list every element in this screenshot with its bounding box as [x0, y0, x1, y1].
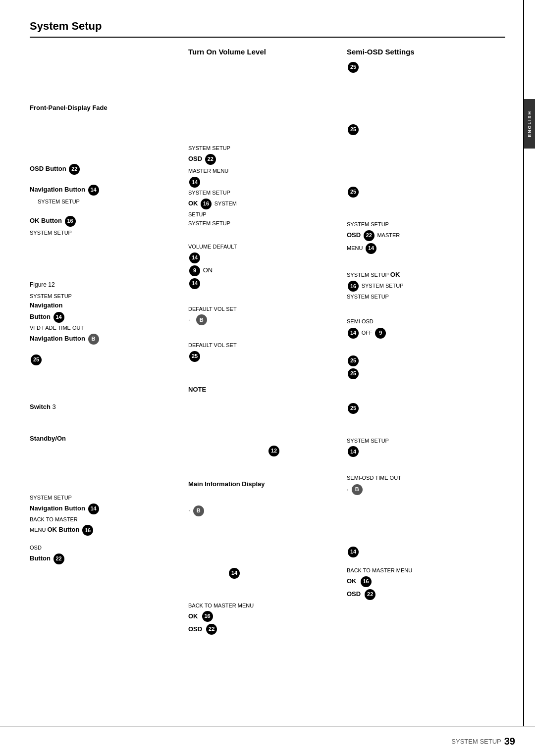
circle-25-fpd: 25	[348, 124, 359, 135]
osd-center-bottom: OSD	[188, 624, 202, 635]
main-info-label: Main Information Display	[188, 479, 342, 490]
circle-22-right-bottom: 22	[365, 589, 375, 600]
nav-button-label: Navigation Button	[30, 186, 85, 193]
ok-button-label: OK Button	[30, 217, 62, 224]
circle14-bottom-center: 14	[188, 567, 342, 580]
ok-center-bottom: OK	[188, 611, 198, 622]
english-tab: ENGLISH	[524, 99, 535, 149]
standby-label: Standby/On	[30, 434, 183, 444]
nav-button-block: Navigation Button 14 SYSTEM SETUP	[30, 184, 183, 207]
system-setup-text1: SYSTEM SETUP	[30, 199, 80, 204]
circle-25-d: 25	[348, 368, 359, 379]
circle-14b: 14	[54, 312, 64, 323]
semi-osd-text: SEMI OSD	[347, 318, 374, 324]
circle-14c: 14	[88, 504, 99, 514]
switch3-block: Switch 3	[30, 402, 183, 412]
front-panel-label: Front-Panel-Display Fade	[30, 104, 107, 111]
osd-right-label: OSD	[347, 231, 361, 239]
standby-text: Standby/On	[30, 435, 66, 442]
circle-B2: B	[193, 505, 204, 516]
default-vol-text: DEFAULT VOL SET	[188, 305, 342, 314]
back-master-right-text: BACK TO MASTER MENU	[347, 566, 485, 575]
on-text: ON	[203, 266, 213, 274]
back-master-center-block: BACK TO MASTER MENU OK 16 OSD 22	[188, 602, 342, 636]
circle12-block: 12	[188, 445, 342, 457]
circle-14-right-bottom: 14	[348, 547, 359, 557]
circle-B2-block: · B	[188, 504, 342, 517]
system-setup-bottom-left: SYSTEM SETUP Navigation Button 14 BACK T…	[30, 494, 183, 565]
master-menu-center: MASTER MENU	[188, 168, 228, 174]
vol-default-block: VOLUME DEFAULT 14 9 ON 14	[188, 243, 342, 290]
circle-16-bottom: 16	[202, 611, 213, 622]
system-setup-fig: SYSTEM SETUP	[30, 292, 183, 301]
circle-9: 9	[189, 265, 200, 276]
circle-14-center: 14	[189, 177, 200, 188]
system-setup-center2: SYSTEM SETUP	[188, 189, 342, 198]
circle-25-b: 25	[348, 187, 359, 198]
vol-default-text: VOLUME DEFAULT	[188, 243, 342, 252]
menu-ok-text: MENU	[30, 527, 47, 533]
main-content: Front-Panel-Display Fade OSD Button 22 N…	[30, 48, 505, 644]
circle-22a: 22	[69, 164, 80, 175]
circle25-fpd-block: 25	[347, 123, 485, 136]
circle25-right-top: 25	[347, 61, 485, 74]
switch-num: 3	[53, 403, 56, 410]
center-sys-setup1: SYSTEM SETUP	[188, 144, 342, 153]
circle25-e-block: 25	[347, 402, 485, 415]
osd-button-block: OSD Button 22	[30, 163, 183, 176]
note-label: NOTE	[188, 385, 342, 395]
circle-25-right1: 25	[348, 62, 359, 73]
osd-label-center: OSD	[188, 155, 202, 162]
setup-center: SETUP	[188, 210, 342, 219]
note-block: NOTE	[188, 385, 342, 395]
figure-label: Figure 12	[30, 280, 183, 290]
sys-setup-ok-text: SYSTEM SETUP	[347, 272, 390, 278]
circle-14-semi: 14	[348, 328, 359, 339]
default-vol-text2: DEFAULT VOL SET	[188, 341, 342, 350]
system-text: SYSTEM	[214, 201, 237, 206]
back-master-right-block: BACK TO MASTER MENU OK 16 OSD 22	[347, 566, 485, 601]
page-container: ENGLISH System Setup Front-Panel-Display…	[0, 0, 535, 756]
circle14-right-bottom: 14	[347, 546, 485, 558]
system-setup-ok-block: SYSTEM SETUP OK 16 SYSTEM SETUP SYSTEM S…	[347, 270, 485, 302]
circle-B-center: B	[196, 314, 207, 325]
sys-setup-right1: SYSTEM SETUP	[347, 220, 485, 229]
menu-right-text: MENU	[347, 245, 363, 251]
vfd-label: VFD FADE TIME OUT	[30, 324, 183, 333]
circle-22-bottom: 22	[206, 624, 217, 635]
front-panel-heading: Front-Panel-Display Fade	[30, 103, 183, 113]
figure-block: Figure 12 SYSTEM SETUP Navigation Button…	[30, 280, 183, 345]
ok-button-block: OK Button 16 SYSTEM SETUP	[30, 215, 183, 238]
circle-14-on: 14	[189, 278, 200, 289]
semi-osd-timeout-text: SEMI-OSD TIME OUT	[347, 475, 401, 481]
ok-btn-label: OK Button	[47, 526, 79, 534]
sys-setup-right4-block: SYSTEM SETUP 14	[347, 437, 485, 458]
nav-button-b-label: Navigation Button	[30, 335, 85, 342]
center-column: Turn On Volume Level SYSTEM SETUP OSD 22…	[188, 48, 347, 644]
sys-setup-right4: SYSTEM SETUP	[347, 437, 485, 446]
circle-14-vol: 14	[189, 252, 200, 263]
center-system-setup-block: SYSTEM SETUP OSD 22 MASTER MENU 14 SYSTE…	[188, 144, 342, 228]
circle-B-right: B	[352, 484, 363, 495]
circle-14a: 14	[88, 185, 99, 196]
button14-label: Button	[30, 313, 51, 320]
navigation-label: Navigation	[30, 302, 62, 309]
system-setup-text2: SYSTEM SETUP	[30, 230, 72, 236]
sys-setup-nav: SYSTEM SETUP	[30, 494, 183, 503]
osd-right-bottom: OSD	[347, 589, 361, 600]
semi-osd-block: SEMI OSD 14 OFF 9	[347, 316, 485, 340]
right-divider	[523, 0, 524, 756]
circle25-left: 25	[30, 353, 183, 366]
turn-on-volume-heading: Turn On Volume Level	[188, 48, 342, 56]
circle-22b: 22	[54, 554, 64, 564]
osd-bottom: OSD	[30, 544, 183, 553]
bottom-number: 39	[504, 736, 515, 747]
ok-right-bottom: OK	[347, 576, 357, 587]
semi-osd-heading: Semi-OSD Settings	[347, 48, 485, 56]
circle-25-e: 25	[348, 403, 359, 414]
circle-22-center: 22	[205, 154, 216, 165]
main-info-block: Main Information Display	[188, 479, 342, 490]
circle-25a: 25	[31, 354, 42, 365]
page-title: System Setup	[30, 20, 505, 38]
default-vol-set-block: DEFAULT VOL SET · B	[188, 305, 342, 327]
